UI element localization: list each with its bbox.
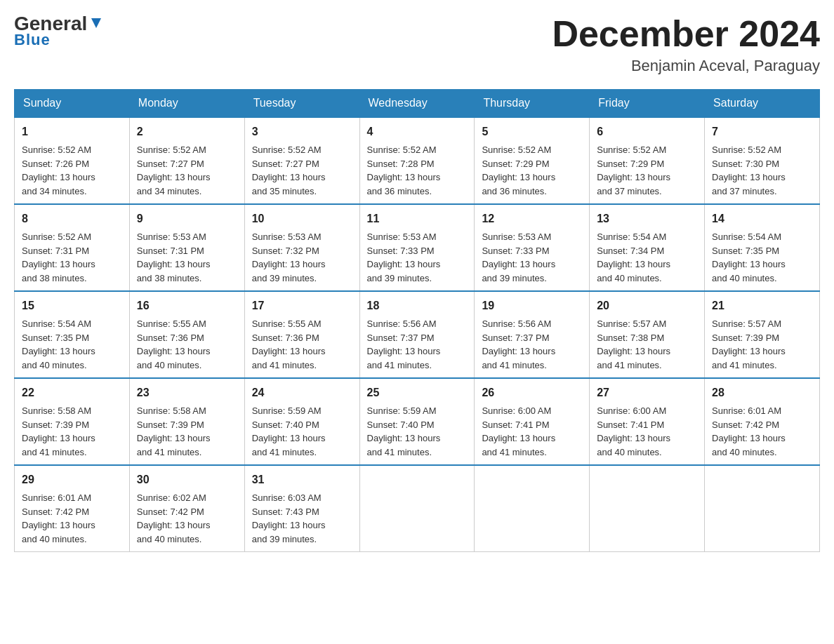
day-info: Sunrise: 5:54 AMSunset: 7:35 PMDaylight:… — [22, 317, 122, 372]
day-info: Sunrise: 5:56 AMSunset: 7:37 PMDaylight:… — [482, 317, 582, 372]
table-row: 27Sunrise: 6:00 AMSunset: 7:41 PMDayligh… — [590, 378, 705, 465]
day-number: 28 — [712, 384, 812, 401]
day-number: 20 — [597, 297, 697, 314]
table-row: 29Sunrise: 6:01 AMSunset: 7:42 PMDayligh… — [15, 465, 130, 552]
table-row: 10Sunrise: 5:53 AMSunset: 7:32 PMDayligh… — [244, 204, 359, 291]
table-row: 19Sunrise: 5:56 AMSunset: 7:37 PMDayligh… — [475, 291, 590, 378]
day-info: Sunrise: 6:03 AMSunset: 7:43 PMDaylight:… — [252, 491, 352, 546]
table-row — [475, 465, 590, 552]
col-wednesday: Wednesday — [359, 90, 475, 118]
day-number: 18 — [367, 297, 468, 314]
table-row: 9Sunrise: 5:53 AMSunset: 7:31 PMDaylight… — [129, 204, 244, 291]
calendar-title: December 2024 — [552, 14, 820, 54]
day-info: Sunrise: 6:01 AMSunset: 7:42 PMDaylight:… — [712, 404, 812, 459]
col-monday: Monday — [129, 90, 244, 118]
table-row: 25Sunrise: 5:59 AMSunset: 7:40 PMDayligh… — [359, 378, 475, 465]
day-number: 15 — [22, 297, 122, 314]
day-number: 9 — [137, 210, 237, 227]
table-row: 1Sunrise: 5:52 AMSunset: 7:26 PMDaylight… — [15, 117, 130, 204]
table-row: 15Sunrise: 5:54 AMSunset: 7:35 PMDayligh… — [15, 291, 130, 378]
table-row: 7Sunrise: 5:52 AMSunset: 7:30 PMDaylight… — [705, 117, 820, 204]
table-row: 14Sunrise: 5:54 AMSunset: 7:35 PMDayligh… — [705, 204, 820, 291]
table-row — [590, 465, 705, 552]
calendar-week-5: 29Sunrise: 6:01 AMSunset: 7:42 PMDayligh… — [15, 465, 820, 552]
table-row: 31Sunrise: 6:03 AMSunset: 7:43 PMDayligh… — [244, 465, 359, 552]
table-row: 16Sunrise: 5:55 AMSunset: 7:36 PMDayligh… — [129, 291, 244, 378]
calendar-table: Sunday Monday Tuesday Wednesday Thursday… — [14, 89, 820, 552]
col-saturday: Saturday — [705, 90, 820, 118]
table-row — [705, 465, 820, 552]
table-row: 5Sunrise: 5:52 AMSunset: 7:29 PMDaylight… — [475, 117, 590, 204]
day-info: Sunrise: 5:52 AMSunset: 7:29 PMDaylight:… — [482, 143, 582, 198]
day-info: Sunrise: 5:53 AMSunset: 7:33 PMDaylight:… — [367, 230, 468, 285]
day-number: 3 — [252, 123, 352, 140]
calendar-week-4: 22Sunrise: 5:58 AMSunset: 7:39 PMDayligh… — [15, 378, 820, 465]
table-row: 26Sunrise: 6:00 AMSunset: 7:41 PMDayligh… — [475, 378, 590, 465]
calendar-week-2: 8Sunrise: 5:52 AMSunset: 7:31 PMDaylight… — [15, 204, 820, 291]
day-number: 1 — [22, 123, 122, 140]
day-info: Sunrise: 5:53 AMSunset: 7:33 PMDaylight:… — [482, 230, 582, 285]
col-friday: Friday — [590, 90, 705, 118]
day-info: Sunrise: 5:52 AMSunset: 7:29 PMDaylight:… — [597, 143, 697, 198]
day-info: Sunrise: 5:52 AMSunset: 7:27 PMDaylight:… — [252, 143, 352, 198]
day-info: Sunrise: 5:57 AMSunset: 7:38 PMDaylight:… — [597, 317, 697, 372]
day-number: 10 — [252, 210, 352, 227]
day-number: 22 — [22, 384, 122, 401]
day-info: Sunrise: 5:59 AMSunset: 7:40 PMDaylight:… — [252, 404, 352, 459]
day-number: 30 — [137, 471, 237, 488]
table-row: 21Sunrise: 5:57 AMSunset: 7:39 PMDayligh… — [705, 291, 820, 378]
table-row: 13Sunrise: 5:54 AMSunset: 7:34 PMDayligh… — [590, 204, 705, 291]
day-info: Sunrise: 5:54 AMSunset: 7:34 PMDaylight:… — [597, 230, 697, 285]
calendar-week-3: 15Sunrise: 5:54 AMSunset: 7:35 PMDayligh… — [15, 291, 820, 378]
day-number: 13 — [597, 210, 697, 227]
day-info: Sunrise: 6:00 AMSunset: 7:41 PMDaylight:… — [597, 404, 697, 459]
table-row: 3Sunrise: 5:52 AMSunset: 7:27 PMDaylight… — [244, 117, 359, 204]
day-number: 16 — [137, 297, 237, 314]
day-info: Sunrise: 6:00 AMSunset: 7:41 PMDaylight:… — [482, 404, 582, 459]
calendar-week-1: 1Sunrise: 5:52 AMSunset: 7:26 PMDaylight… — [15, 117, 820, 204]
svg-marker-0 — [91, 18, 101, 28]
day-number: 17 — [252, 297, 352, 314]
day-info: Sunrise: 5:57 AMSunset: 7:39 PMDaylight:… — [712, 317, 812, 372]
day-info: Sunrise: 5:52 AMSunset: 7:27 PMDaylight:… — [137, 143, 237, 198]
day-number: 8 — [22, 210, 122, 227]
day-number: 27 — [597, 384, 697, 401]
table-row: 2Sunrise: 5:52 AMSunset: 7:27 PMDaylight… — [129, 117, 244, 204]
day-number: 14 — [712, 210, 812, 227]
day-info: Sunrise: 5:52 AMSunset: 7:30 PMDaylight:… — [712, 143, 812, 198]
day-number: 11 — [367, 210, 468, 227]
day-info: Sunrise: 5:58 AMSunset: 7:39 PMDaylight:… — [22, 404, 122, 459]
calendar-header-row: Sunday Monday Tuesday Wednesday Thursday… — [15, 90, 820, 118]
table-row: 11Sunrise: 5:53 AMSunset: 7:33 PMDayligh… — [359, 204, 475, 291]
title-section: December 2024 Benjamin Aceval, Paraguay — [552, 14, 820, 75]
col-tuesday: Tuesday — [244, 90, 359, 118]
table-row: 20Sunrise: 5:57 AMSunset: 7:38 PMDayligh… — [590, 291, 705, 378]
day-number: 31 — [252, 471, 352, 488]
day-info: Sunrise: 6:01 AMSunset: 7:42 PMDaylight:… — [22, 491, 122, 546]
day-number: 4 — [367, 123, 468, 140]
table-row: 23Sunrise: 5:58 AMSunset: 7:39 PMDayligh… — [129, 378, 244, 465]
table-row: 8Sunrise: 5:52 AMSunset: 7:31 PMDaylight… — [15, 204, 130, 291]
day-info: Sunrise: 5:56 AMSunset: 7:37 PMDaylight:… — [367, 317, 468, 372]
table-row — [359, 465, 475, 552]
logo: General Blue — [14, 14, 104, 49]
day-info: Sunrise: 5:52 AMSunset: 7:28 PMDaylight:… — [367, 143, 468, 198]
day-number: 5 — [482, 123, 582, 140]
day-number: 7 — [712, 123, 812, 140]
day-number: 29 — [22, 471, 122, 488]
day-number: 23 — [137, 384, 237, 401]
day-info: Sunrise: 5:58 AMSunset: 7:39 PMDaylight:… — [137, 404, 237, 459]
day-number: 25 — [367, 384, 468, 401]
table-row: 18Sunrise: 5:56 AMSunset: 7:37 PMDayligh… — [359, 291, 475, 378]
logo-blue: Blue — [14, 31, 51, 49]
day-info: Sunrise: 5:52 AMSunset: 7:26 PMDaylight:… — [22, 143, 122, 198]
day-info: Sunrise: 5:55 AMSunset: 7:36 PMDaylight:… — [252, 317, 352, 372]
table-row: 4Sunrise: 5:52 AMSunset: 7:28 PMDaylight… — [359, 117, 475, 204]
day-info: Sunrise: 5:53 AMSunset: 7:31 PMDaylight:… — [137, 230, 237, 285]
table-row: 17Sunrise: 5:55 AMSunset: 7:36 PMDayligh… — [244, 291, 359, 378]
day-info: Sunrise: 5:55 AMSunset: 7:36 PMDaylight:… — [137, 317, 237, 372]
day-number: 24 — [252, 384, 352, 401]
table-row: 28Sunrise: 6:01 AMSunset: 7:42 PMDayligh… — [705, 378, 820, 465]
day-number: 26 — [482, 384, 582, 401]
col-thursday: Thursday — [475, 90, 590, 118]
